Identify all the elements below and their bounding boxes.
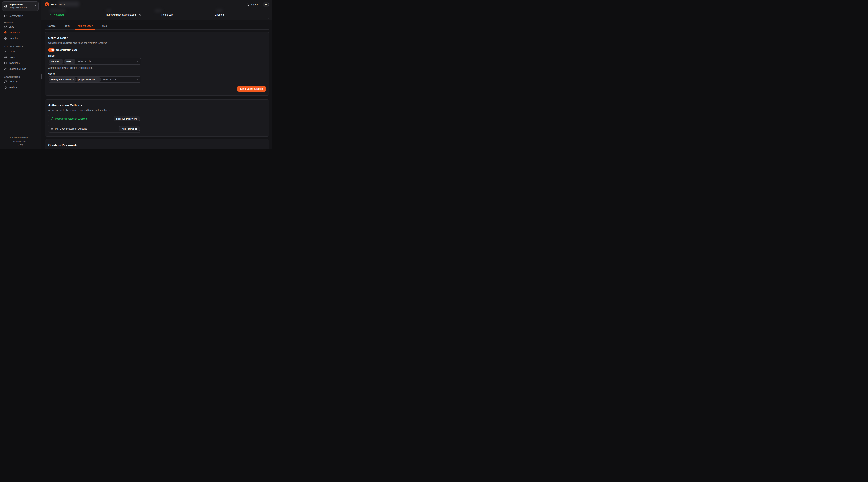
redacted-label <box>216 9 223 12</box>
key-round-icon <box>51 117 54 120</box>
sidebar-item-resources[interactable]: Resources <box>2 30 38 36</box>
chevron-down-icon <box>136 78 139 81</box>
sidebar-item-label: Settings <box>9 86 18 89</box>
tab-proxy[interactable]: Proxy <box>61 23 72 30</box>
sidebar-item-label: Roles <box>9 56 15 59</box>
users-placeholder: Select a user <box>102 78 117 81</box>
sidebar-item-settings[interactable]: Settings <box>2 85 38 90</box>
users-field-label: Users <box>48 72 266 75</box>
remove-user-icon[interactable] <box>72 78 74 81</box>
remove-password-button[interactable]: Remove Password <box>114 116 140 121</box>
sidebar-item-label: Server Admin <box>9 14 23 18</box>
sidebar-item-label: Domains <box>9 37 18 40</box>
roles-placeholder: Select a role <box>78 60 91 63</box>
redacted-label <box>106 10 111 12</box>
card-description: Require email-based authentication for r… <box>48 149 266 150</box>
sidebar-item-sites[interactable]: Sites <box>2 24 38 30</box>
password-protection-row: Password Protection Enabled Remove Passw… <box>48 115 141 123</box>
sidebar-item-label: Resources <box>9 31 20 34</box>
content: General Proxy Authentication Rules Users… <box>41 20 272 150</box>
link-icon <box>4 67 7 70</box>
shield-check-icon <box>49 13 52 16</box>
redacted-resource-name <box>58 1 79 7</box>
tab-general[interactable]: General <box>45 23 59 30</box>
user-chip: jeff@example.com <box>77 77 100 82</box>
users-select[interactable]: sarah@example.com jeff@example.com Selec… <box>48 76 141 83</box>
sidebar-item-label: Shareable Links <box>9 67 26 70</box>
theme-toggle[interactable]: System <box>247 3 259 6</box>
sidebar-footer: Community Edition Documentation v1.7.0 <box>0 136 41 150</box>
sidebar-section-general: GENERAL <box>4 21 37 23</box>
auth-methods-card: Authentication Methods Allow access to t… <box>44 99 270 136</box>
resource-status: Protected <box>49 13 64 17</box>
sidebar-item-label: Invitations <box>9 62 20 64</box>
card-title: One-time Passwords <box>48 143 266 147</box>
remove-user-icon[interactable] <box>97 78 99 81</box>
ticket-check-icon <box>4 62 7 64</box>
platform-sso-toggle[interactable] <box>48 48 55 52</box>
card-description: Allow access to the resource via additio… <box>48 108 266 112</box>
chevrons-up-down-icon <box>34 5 37 7</box>
sidebar-item-server-admin[interactable]: Server Admin <box>2 13 38 19</box>
avatar[interactable]: M <box>263 2 269 7</box>
theme-label: System <box>251 3 259 6</box>
redacted-label <box>50 9 66 12</box>
users-roles-card: Users & Roles Configure which users and … <box>44 32 270 96</box>
remove-role-icon[interactable] <box>72 61 74 62</box>
add-pin-code-button[interactable]: Add PIN Code <box>119 126 140 131</box>
sidebar: Organization milo@fossorial.io's ... Ser… <box>0 0 41 150</box>
binary-icon <box>51 127 54 130</box>
roles-select[interactable]: Member Sales Select a role <box>48 58 141 65</box>
waypoints-icon <box>4 31 7 34</box>
main-area: PANGOLIN System M Protected <box>41 0 272 150</box>
card-title: Authentication Methods <box>48 103 266 107</box>
pin-status: PIN Code Protection Disabled <box>51 127 87 130</box>
sidebar-item-roles[interactable]: Roles <box>2 54 38 60</box>
roles-field-label: Roles <box>48 54 266 57</box>
sidebar-item-label: Sites <box>9 25 14 28</box>
building-icon <box>4 4 7 8</box>
role-chip: Member <box>50 59 63 64</box>
org-switcher-value: milo@fossorial.io's ... <box>9 6 32 9</box>
tab-rules[interactable]: Rules <box>98 23 109 30</box>
save-users-roles-button[interactable]: Save Users & Roles <box>237 86 266 92</box>
user-icon <box>4 50 7 53</box>
admins-note: Admins can always access this resource. <box>48 66 266 69</box>
sidebar-item-api-keys[interactable]: API Keys <box>2 78 38 85</box>
resource-info-card <box>45 8 270 19</box>
copy-icon[interactable] <box>138 13 141 16</box>
resource-site: Home Lab <box>161 13 173 17</box>
sidebar-section-access-control: ACCESS CONTROL <box>4 45 37 48</box>
remove-role-icon[interactable] <box>60 61 62 62</box>
documentation-link[interactable]: Documentation <box>12 139 29 143</box>
sidebar-item-users[interactable]: Users <box>2 48 38 54</box>
sidebar-item-domains[interactable]: Domains <box>2 36 38 41</box>
sidebar-item-shareable-links[interactable]: Shareable Links <box>2 66 38 72</box>
role-chip: Sales <box>64 59 75 64</box>
external-link-icon <box>28 136 31 139</box>
scrollbar-thumb[interactable] <box>41 73 42 79</box>
chevron-down-icon <box>136 60 139 63</box>
card-description: Configure which users and roles can visi… <box>48 41 266 44</box>
sites-combine-icon <box>4 25 7 28</box>
sidebar-item-label: API Keys <box>9 80 19 83</box>
otp-card: One-time Passwords Require email-based a… <box>44 139 270 150</box>
user-chip: sarah@example.com <box>50 77 76 82</box>
resource-enabled: Enabled <box>215 13 224 17</box>
sidebar-item-label: Users <box>9 50 15 53</box>
sidebar-nav: Server Admin GENERAL Sites Resources Dom… <box>0 11 41 136</box>
tab-authentication[interactable]: Authentication <box>75 23 95 30</box>
org-switcher-title: Organization <box>9 3 32 6</box>
sidebar-section-organization: ORGANIZATION <box>4 76 37 78</box>
platform-sso-label: Use Platform SSO <box>56 49 77 51</box>
community-edition-link[interactable]: Community Edition <box>10 136 31 139</box>
redacted-label <box>155 9 162 12</box>
org-switcher[interactable]: Organization milo@fossorial.io's ... <box>2 1 38 11</box>
sidebar-item-invitations[interactable]: Invitations <box>2 60 38 66</box>
moon-icon <box>247 3 250 6</box>
gear-icon <box>4 86 7 89</box>
resource-url: https://immich.example.com <box>106 13 141 17</box>
version-label: v1.7.0 <box>2 143 39 147</box>
password-status: Password Protection Enabled <box>51 117 87 120</box>
server-icon <box>4 14 7 18</box>
